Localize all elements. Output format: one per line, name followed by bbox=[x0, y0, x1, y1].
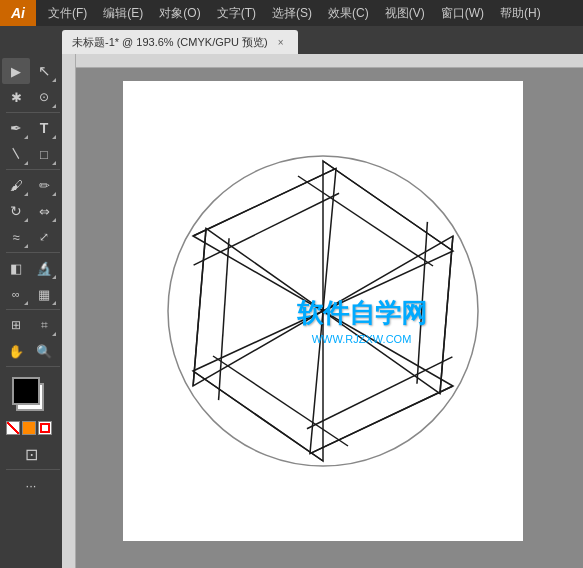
menu-effect[interactable]: 效果(C) bbox=[320, 0, 377, 26]
svg-line-3 bbox=[298, 176, 433, 266]
menu-type[interactable]: 文字(T) bbox=[209, 0, 264, 26]
tab-label: 未标题-1* @ 193.6% (CMYK/GPU 预览) bbox=[72, 35, 268, 50]
svg-line-6 bbox=[349, 222, 494, 384]
artboard-tool[interactable]: ⊞ bbox=[2, 312, 30, 338]
svg-marker-13 bbox=[143, 198, 323, 386]
tool-row-pen: ✒ T bbox=[2, 115, 60, 141]
reflect-tool[interactable]: ⇔ bbox=[30, 198, 58, 224]
pencil-tool[interactable]: ✏ bbox=[30, 172, 58, 198]
separator-5 bbox=[6, 366, 60, 367]
magic-wand-tool[interactable]: ✱ bbox=[2, 84, 30, 110]
menu-edit[interactable]: 编辑(E) bbox=[95, 0, 151, 26]
direct-selection-tool[interactable]: ↖ bbox=[30, 58, 58, 84]
selection-tool[interactable]: ▶ bbox=[2, 58, 30, 84]
main-area: ▶ ↖ ✱ ⊙ ✒ T / □ bbox=[0, 54, 583, 568]
separator-4 bbox=[6, 309, 60, 310]
blend-tool[interactable]: ∞ bbox=[2, 281, 30, 307]
separator-3 bbox=[6, 252, 60, 253]
pen-tool[interactable]: ✒ bbox=[2, 115, 30, 141]
svg-line-15 bbox=[151, 238, 296, 400]
svg-line-5 bbox=[374, 236, 502, 394]
more-tools-button[interactable]: ··· bbox=[9, 472, 53, 498]
svg-line-8 bbox=[309, 341, 452, 499]
zoom-tool[interactable]: 🔍 bbox=[30, 338, 58, 364]
left-toolbar: ▶ ↖ ✱ ⊙ ✒ T / □ bbox=[0, 54, 62, 568]
menu-bar: 文件(F) 编辑(E) 对象(O) 文字(T) 选择(S) 效果(C) 视图(V… bbox=[36, 0, 583, 26]
svg-line-18 bbox=[193, 148, 338, 310]
canvas-workspace: 软件自学网 WWW.RJZXW.COM bbox=[123, 81, 523, 541]
warp-tool[interactable]: ≈ bbox=[2, 224, 30, 250]
tool-row-blend: ∞ ▦ bbox=[2, 281, 60, 307]
svg-line-14 bbox=[143, 228, 271, 386]
none-color-button[interactable] bbox=[6, 421, 20, 435]
tab-close-button[interactable]: × bbox=[274, 35, 288, 49]
menu-window[interactable]: 窗口(W) bbox=[433, 0, 492, 26]
type-tool[interactable]: T bbox=[30, 115, 58, 141]
free-transform-tool[interactable]: ⤢ bbox=[30, 224, 58, 250]
vertical-ruler bbox=[62, 54, 76, 568]
rotate-tool[interactable]: ↻ bbox=[2, 198, 30, 224]
eyedropper-tool[interactable]: 🔬 bbox=[30, 255, 58, 281]
tool-row-gradient: ◧ 🔬 bbox=[2, 255, 60, 281]
screen-mode-button[interactable]: ⊡ bbox=[9, 441, 53, 467]
tab-bar: 未标题-1* @ 193.6% (CMYK/GPU 预览) × bbox=[0, 26, 583, 54]
menu-file[interactable]: 文件(F) bbox=[40, 0, 95, 26]
color-mode-fill[interactable] bbox=[22, 421, 36, 435]
tool-row-magic: ✱ ⊙ bbox=[2, 84, 60, 110]
separator-6 bbox=[6, 469, 60, 470]
artwork-svg bbox=[143, 96, 503, 526]
menu-object[interactable]: 对象(O) bbox=[151, 0, 208, 26]
color-swatch-area bbox=[2, 373, 60, 419]
menu-select[interactable]: 选择(S) bbox=[264, 0, 320, 26]
svg-marker-4 bbox=[323, 236, 503, 424]
rectangle-tool[interactable]: □ bbox=[30, 141, 58, 167]
separator-2 bbox=[6, 169, 60, 170]
tool-row-selection: ▶ ↖ bbox=[2, 58, 60, 84]
graph-tool[interactable]: ▦ bbox=[30, 281, 58, 307]
title-bar: Ai 文件(F) 编辑(E) 对象(O) 文字(T) 选择(S) 效果(C) 视… bbox=[0, 0, 583, 26]
paintbrush-tool[interactable]: 🖌 bbox=[2, 172, 30, 198]
lasso-tool[interactable]: ⊙ bbox=[30, 84, 58, 110]
color-mode-row bbox=[2, 421, 60, 435]
menu-help[interactable]: 帮助(H) bbox=[492, 0, 549, 26]
line-tool[interactable]: / bbox=[2, 141, 30, 167]
document-tab[interactable]: 未标题-1* @ 193.6% (CMYK/GPU 预览) × bbox=[62, 30, 298, 54]
tool-row-brush: 🖌 ✏ bbox=[2, 172, 60, 198]
foreground-color-swatch[interactable] bbox=[12, 377, 40, 405]
gradient-tool[interactable]: ◧ bbox=[2, 255, 30, 281]
svg-line-17 bbox=[193, 123, 336, 281]
tool-row-transform: ↻ ⇔ bbox=[2, 198, 60, 224]
color-mode-stroke[interactable] bbox=[38, 421, 52, 435]
tool-row-hand: ✋ 🔍 bbox=[2, 338, 60, 364]
tool-row-artboard: ⊞ ⌗ bbox=[2, 312, 60, 338]
slice-tool[interactable]: ⌗ bbox=[30, 312, 58, 338]
tool-row-warp: ≈ ⤢ bbox=[2, 224, 60, 250]
svg-line-12 bbox=[213, 356, 348, 446]
canvas-area: 软件自学网 WWW.RJZXW.COM bbox=[62, 54, 583, 568]
ai-logo: Ai bbox=[0, 0, 36, 26]
hand-tool[interactable]: ✋ bbox=[2, 338, 30, 364]
tool-row-line: / □ bbox=[2, 141, 60, 167]
svg-line-9 bbox=[306, 312, 451, 474]
separator-1 bbox=[6, 112, 60, 113]
menu-view[interactable]: 视图(V) bbox=[377, 0, 433, 26]
horizontal-ruler bbox=[62, 54, 583, 68]
